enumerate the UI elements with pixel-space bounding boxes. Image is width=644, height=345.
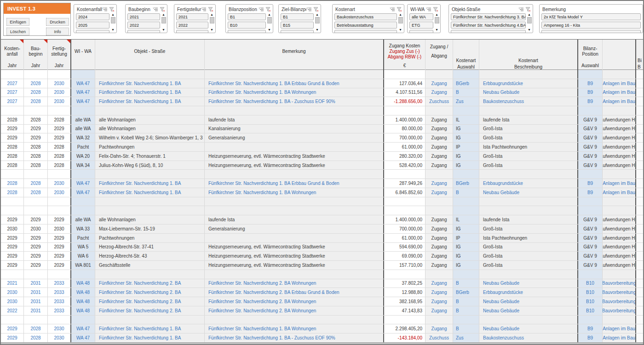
cell-bp[interactable] bbox=[578, 197, 603, 206]
cell-y3[interactable]: 2030 bbox=[48, 179, 71, 188]
cell-bp[interactable] bbox=[578, 270, 603, 279]
cell-kab[interactable] bbox=[479, 206, 578, 215]
cell-y1[interactable]: 2028 bbox=[1, 143, 24, 151]
cell-amt[interactable] bbox=[384, 206, 426, 215]
cell-y1[interactable]: 2030 bbox=[1, 224, 24, 233]
cell-ka[interactable]: IG bbox=[453, 152, 479, 161]
cell-bpb[interactable]: Bauvorbereitung bbox=[603, 279, 636, 288]
cell-bem[interactable]: Fünfkirchner Str. Nachverdichtung 1. BA … bbox=[205, 324, 384, 333]
slicer-scrollbar[interactable]: ▲▼ bbox=[527, 13, 532, 31]
cell-obj[interactable] bbox=[95, 206, 205, 215]
cell-wa[interactable]: WA 47 bbox=[71, 79, 95, 88]
cell-bem[interactable]: Fünfkirchner Str. Nachverdichtung 1. BA … bbox=[205, 188, 384, 197]
cell-ka[interactable]: IG bbox=[453, 125, 479, 133]
cell-zug[interactable]: Zugang bbox=[426, 261, 453, 270]
scroll-up-icon[interactable]: ▲ bbox=[210, 13, 213, 16]
cell-y3[interactable]: 2029 bbox=[48, 234, 71, 242]
slicer-scrollbar[interactable]: ▲▼ bbox=[434, 13, 439, 31]
cell-wa[interactable]: alle WA bbox=[71, 115, 95, 124]
cell-bpb[interactable]: Anlagen im Bau bbox=[603, 88, 636, 97]
cell-y3[interactable]: 2030 bbox=[48, 224, 71, 233]
cell-obj[interactable]: Fünfkirchner Str. Nachverdichtung 1. BA bbox=[95, 97, 205, 106]
cell-y1[interactable]: 2030 bbox=[1, 297, 24, 306]
slicer-item[interactable]: Betriebsausstattung bbox=[334, 22, 397, 29]
cell-bpb[interactable] bbox=[603, 170, 636, 178]
cell-wa[interactable]: WA 47 bbox=[71, 88, 95, 97]
cell-bem[interactable]: Fünfkirchner Str. Nachverdichtung 1. BA … bbox=[205, 88, 384, 97]
scroll-thumb[interactable] bbox=[210, 17, 214, 23]
cell-ka[interactable]: IG bbox=[453, 224, 479, 233]
cell-bem[interactable] bbox=[205, 197, 384, 206]
cell-y1[interactable]: 2029 bbox=[1, 334, 24, 342]
cell-kab[interactable] bbox=[479, 70, 578, 79]
cell-wa[interactable]: WA 32 bbox=[71, 133, 95, 142]
scroll-down-icon[interactable]: ▼ bbox=[316, 28, 319, 31]
cell-bpb[interactable]: Aufwendungen HB bbox=[603, 125, 636, 133]
cell-amt[interactable]: 700.000,00 bbox=[384, 133, 426, 142]
cell-cut[interactable] bbox=[636, 224, 644, 233]
cell-bp[interactable]: G&V 9 bbox=[578, 152, 603, 161]
cell-y2[interactable]: 2028 bbox=[24, 115, 48, 124]
cell-bpb[interactable]: Aufwendungen HB bbox=[603, 261, 636, 270]
cell-bp[interactable]: G&V 9 bbox=[578, 143, 603, 151]
cell-amt[interactable]: 157.710,00 bbox=[384, 261, 426, 270]
cell-y2[interactable]: 2031 bbox=[24, 297, 48, 306]
cell-zug[interactable]: Zugang bbox=[426, 252, 453, 260]
cell-cut[interactable] bbox=[636, 206, 644, 215]
cell-obj[interactable] bbox=[95, 70, 205, 79]
cell-zug[interactable]: Zugang bbox=[426, 288, 453, 297]
cell-cut[interactable] bbox=[636, 170, 644, 178]
cell-bpb[interactable]: Aufwendungen HB bbox=[603, 224, 636, 233]
cell-wa[interactable]: WA 48 bbox=[71, 288, 95, 297]
cell-amt[interactable] bbox=[384, 197, 426, 206]
scroll-up-icon[interactable]: ▲ bbox=[528, 13, 531, 16]
slicer-item[interactable]: 2x KfZ Tesla Model Y bbox=[541, 13, 641, 20]
cell-kab[interactable]: Neubau Gebäude bbox=[479, 297, 578, 306]
cell-zug[interactable]: Zugang bbox=[426, 215, 453, 224]
cell-y2[interactable] bbox=[24, 270, 48, 279]
cell-cut[interactable] bbox=[636, 297, 644, 306]
cell-ka[interactable]: IP bbox=[453, 234, 479, 242]
slicer-item[interactable]: B15 bbox=[281, 22, 314, 29]
cell-bem[interactable]: Heizungserneuerung, evtl. Wärmecontracti… bbox=[205, 261, 384, 270]
cell-cut[interactable] bbox=[636, 234, 644, 242]
cell-bp[interactable]: G&V 9 bbox=[578, 161, 603, 170]
cell-bp[interactable]: B9 bbox=[578, 179, 603, 188]
clear-filter-icon[interactable] bbox=[265, 7, 271, 12]
cell-obj[interactable] bbox=[95, 197, 205, 206]
cell-amt[interactable]: -143.184,00 bbox=[384, 334, 426, 342]
slicer-item[interactable]: B1 bbox=[228, 13, 266, 20]
cell-cut[interactable] bbox=[636, 70, 644, 79]
cell-bpb[interactable]: Bauvorbereitung bbox=[603, 306, 636, 315]
cell-cut[interactable] bbox=[636, 161, 644, 170]
cell-obj[interactable]: Fünfkirchner Str. Nachverdichtung 2. BA bbox=[95, 279, 205, 288]
cell-wa[interactable] bbox=[71, 70, 95, 79]
cell-wa[interactable]: alle WA bbox=[71, 215, 95, 224]
cell-kab[interactable]: Groß-Ista bbox=[479, 125, 578, 133]
cell-kab[interactable]: Groß-Ista bbox=[479, 152, 578, 161]
cell-bp[interactable]: B10 bbox=[578, 306, 603, 315]
cell-y2[interactable]: 2028 bbox=[24, 143, 48, 151]
cell-bem[interactable]: laufende Ista bbox=[205, 215, 384, 224]
cell-y3[interactable]: 2028 bbox=[48, 143, 71, 151]
cell-cut[interactable] bbox=[636, 197, 644, 206]
cell-amt[interactable] bbox=[384, 316, 426, 324]
cell-ka[interactable]: Zus bbox=[453, 97, 479, 106]
cell-cut[interactable] bbox=[636, 215, 644, 224]
cell-y3[interactable] bbox=[48, 270, 71, 279]
scroll-down-icon[interactable]: ▼ bbox=[435, 28, 438, 31]
cell-y3[interactable] bbox=[48, 170, 71, 178]
cell-amt[interactable] bbox=[384, 170, 426, 178]
cell-zug[interactable] bbox=[426, 197, 453, 206]
cell-wa[interactable]: WA 5 bbox=[71, 243, 95, 252]
cell-bpb[interactable] bbox=[603, 70, 636, 79]
cell-amt[interactable]: 80.000,00 bbox=[384, 125, 426, 133]
scroll-up-icon[interactable]: ▲ bbox=[162, 13, 165, 16]
scroll-up-icon[interactable]: ▲ bbox=[111, 13, 115, 16]
cell-amt[interactable]: 61.000,00 bbox=[384, 234, 426, 242]
cell-y2[interactable]: 2031 bbox=[24, 288, 48, 297]
cell-ka[interactable]: IG bbox=[453, 133, 479, 142]
cell-bp[interactable]: B9 bbox=[578, 188, 603, 197]
cell-kab[interactable] bbox=[479, 106, 578, 115]
slicer-item[interactable]: Fünfkirchner Str. Nachverdichtung 3. BA bbox=[451, 13, 526, 20]
